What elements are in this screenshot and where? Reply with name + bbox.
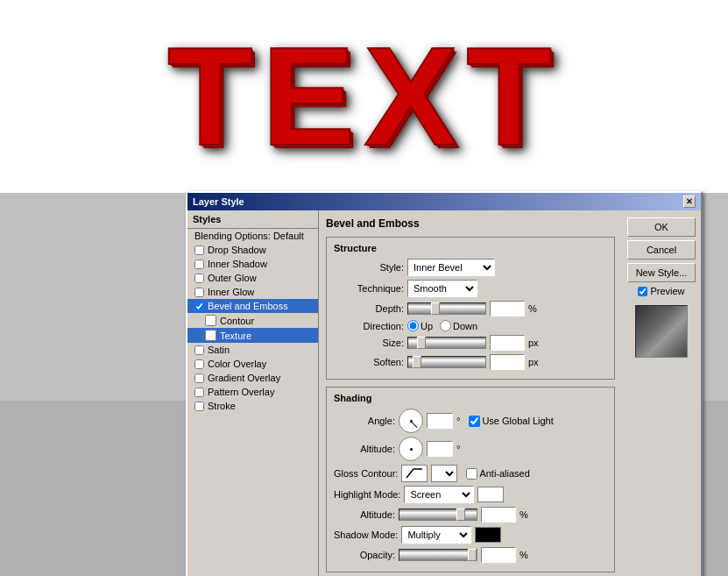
altitude-center-dot <box>410 448 413 451</box>
direction-down-text: Down <box>453 321 477 331</box>
style-item-contour[interactable]: Contour <box>187 313 318 328</box>
shadow-mode-label: Shadow Mode: <box>334 530 398 540</box>
preview-label-container: Preview <box>627 286 696 296</box>
color-overlay-checkbox[interactable] <box>194 359 204 369</box>
global-light-label[interactable]: Use Global Light <box>469 416 553 427</box>
preview-checkbox[interactable] <box>638 287 647 296</box>
shadow-mode-row: Shadow Mode: Multiply Normal Screen <box>334 526 607 544</box>
highlight-opacity-slider[interactable] <box>399 508 477 521</box>
outer-glow-checkbox[interactable] <box>194 274 204 283</box>
shadow-opacity-input[interactable]: 100 <box>481 547 516 563</box>
structure-title: Structure <box>334 243 607 253</box>
style-item-inner-shadow[interactable]: Inner Shadow <box>187 257 318 271</box>
satin-label: Satin <box>208 345 230 355</box>
style-item-outer-glow[interactable]: Outer Glow <box>187 271 318 285</box>
gloss-contour-label: Gloss Contour: <box>334 468 398 479</box>
direction-row: Direction: Up Down <box>334 320 607 331</box>
angle-input[interactable]: 45 <box>427 413 453 429</box>
cancel-button[interactable]: Cancel <box>627 240 696 260</box>
size-input[interactable]: 13 <box>490 335 525 351</box>
direction-down-radio[interactable] <box>440 320 451 331</box>
soften-slider[interactable] <box>407 356 486 368</box>
outer-glow-label: Outer Glow <box>208 273 257 283</box>
highlight-color-swatch[interactable] <box>477 487 504 502</box>
drop-shadow-label: Drop Shadow <box>208 245 266 255</box>
structure-section: Structure Style: Inner Bevel Outer Bevel… <box>326 237 615 380</box>
gradient-overlay-checkbox[interactable] <box>194 373 204 383</box>
stroke-checkbox[interactable] <box>194 402 204 411</box>
style-item-blending[interactable]: Blending Options: Default <box>187 229 318 243</box>
technique-select[interactable]: Smooth Chisel Hard Chisel Soft <box>407 280 477 297</box>
dialog-body: Styles Blending Options: Default Drop Sh… <box>187 210 701 576</box>
shadow-opacity-slider[interactable] <box>399 549 477 561</box>
altitude-degree: ° <box>456 444 460 454</box>
shadow-color-swatch[interactable] <box>475 527 501 543</box>
gloss-contour-row: Gloss Contour: Anti-aliased <box>334 465 607 482</box>
preview-box <box>635 305 688 358</box>
bevel-emboss-checkbox[interactable] <box>194 302 204 311</box>
direction-up-label[interactable]: Up <box>407 320 433 331</box>
soften-px: px <box>528 357 539 367</box>
section-title: Bevel and Emboss <box>326 217 615 230</box>
size-row: Size: 13 px <box>334 335 607 351</box>
altitude-label: Altitude: <box>334 444 395 454</box>
style-item-inner-glow[interactable]: Inner Glow <box>187 285 318 299</box>
angle-row: Angle: 45 ° Use Global Light <box>334 409 607 433</box>
anti-aliased-checkbox[interactable] <box>466 468 477 480</box>
direction-radio-group: Up Down <box>407 320 477 331</box>
pattern-overlay-checkbox[interactable] <box>194 388 204 397</box>
style-item-color-overlay[interactable]: Color Overlay <box>187 357 318 371</box>
highlight-opacity-input[interactable]: 83 <box>481 507 516 523</box>
style-item-drop-shadow[interactable]: Drop Shadow <box>187 243 318 257</box>
depth-percent: % <box>528 303 537 314</box>
new-style-button[interactable]: New Style... <box>627 263 696 282</box>
altitude-row: Altitude: 48 ° <box>334 437 607 461</box>
angle-dial[interactable] <box>399 409 423 433</box>
depth-slider[interactable] <box>407 302 486 315</box>
canvas-text: TEXT <box>167 16 561 177</box>
dialog-title: Layer Style <box>193 196 244 207</box>
inner-glow-checkbox[interactable] <box>194 288 204 297</box>
satin-checkbox[interactable] <box>194 345 204 355</box>
inner-shadow-checkbox[interactable] <box>194 260 204 269</box>
buttons-panel: OK Cancel New Style... Preview <box>622 210 701 576</box>
stroke-label: Stroke <box>208 401 236 411</box>
ok-button[interactable]: OK <box>627 217 696 237</box>
angle-degree: ° <box>456 416 460 426</box>
style-item-texture[interactable]: Texture <box>187 328 318 343</box>
texture-checkbox[interactable] <box>205 330 216 341</box>
direction-label: Direction: <box>334 321 404 331</box>
altitude-input[interactable]: 48 <box>427 441 453 457</box>
canvas-area: TEXT <box>0 0 728 193</box>
angle-label: Angle: <box>334 416 395 426</box>
technique-label: Technique: <box>334 283 404 294</box>
style-select[interactable]: Inner Bevel Outer Bevel Emboss Pillow Em… <box>407 259 495 276</box>
dialog-close-button[interactable]: ✕ <box>683 196 696 208</box>
contour-select[interactable] <box>431 465 457 482</box>
direction-up-radio[interactable] <box>407 320 419 331</box>
size-slider[interactable] <box>407 337 486 349</box>
altitude-dial[interactable] <box>399 437 423 461</box>
soften-input[interactable]: 1 <box>490 354 525 370</box>
depth-input[interactable]: 327 <box>490 301 525 316</box>
style-item-stroke[interactable]: Stroke <box>187 399 318 413</box>
anti-aliased-text: Anti-aliased <box>479 468 529 479</box>
style-item-pattern-overlay[interactable]: Pattern Overlay <box>187 385 318 399</box>
contour-checkbox[interactable] <box>205 315 216 326</box>
shadow-mode-select[interactable]: Multiply Normal Screen <box>401 526 471 544</box>
bevel-emboss-label: Bevel and Emboss <box>208 301 288 311</box>
style-item-satin[interactable]: Satin <box>187 343 318 357</box>
highlight-mode-row: Highlight Mode: Screen Normal Multiply <box>334 486 607 503</box>
depth-label: Depth: <box>334 303 404 314</box>
style-item-gradient-overlay[interactable]: Gradient Overlay <box>187 371 318 385</box>
angle-indicator <box>411 421 418 428</box>
highlight-mode-select[interactable]: Screen Normal Multiply <box>404 486 474 503</box>
highlight-opacity-row: Altitude: 83 % <box>334 507 607 523</box>
global-light-checkbox[interactable] <box>469 416 480 427</box>
contour-preview[interactable] <box>401 465 428 482</box>
style-item-bevel-emboss[interactable]: Bevel and Emboss <box>187 299 318 313</box>
size-label: Size: <box>334 338 404 348</box>
direction-down-label[interactable]: Down <box>440 320 477 331</box>
anti-aliased-label[interactable]: Anti-aliased <box>466 468 529 480</box>
drop-shadow-checkbox[interactable] <box>194 245 204 255</box>
